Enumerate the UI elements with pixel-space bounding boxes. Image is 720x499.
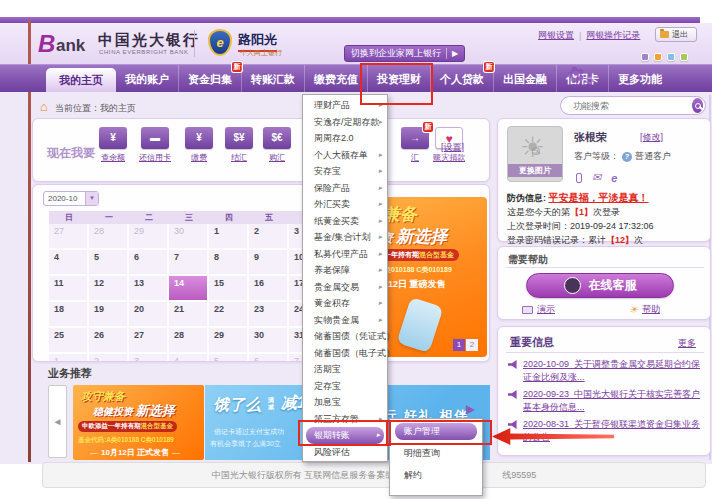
submenu-item[interactable]: 解约 <box>390 467 482 484</box>
calendar-day[interactable]: 16 <box>249 276 289 302</box>
nav-tab[interactable]: 缴费充值 <box>304 65 367 92</box>
menu-item[interactable]: 贵金属交易 ▸ <box>303 279 387 296</box>
nav-tab[interactable]: 出国金融 <box>493 65 556 92</box>
calendar-day[interactable]: 8 <box>209 250 249 276</box>
calendar-day[interactable]: 2 <box>89 354 129 361</box>
search-button[interactable] <box>692 98 703 113</box>
theme-square[interactable] <box>680 53 688 61</box>
question-icon[interactable]: ? <box>622 152 632 162</box>
calendar-day[interactable]: 19 <box>89 302 129 328</box>
calendar-day[interactable]: 14 <box>169 276 209 302</box>
calendar-day[interactable]: 7 <box>169 250 209 276</box>
calendar-day[interactable]: 27 <box>129 328 169 354</box>
calendar-day[interactable]: 30 <box>169 224 209 250</box>
ebank-records-link[interactable]: 网银操作记录 <box>586 29 640 42</box>
menu-item[interactable]: 安逸存/定期存款 ▸ <box>303 114 387 131</box>
calendar-day[interactable]: 30 <box>249 328 289 354</box>
calendar-day[interactable]: 1 <box>209 224 249 250</box>
calendar-day[interactable]: 23 <box>249 302 289 328</box>
news-link[interactable]: 2020-08-31 关于暂停银联渠道资金归集业务的公告 <box>523 418 702 444</box>
menu-item[interactable]: 私募代理产品 ▸ <box>303 246 387 263</box>
ebank-icon[interactable]: e <box>611 172 617 184</box>
calendar-day[interactable]: 27 <box>49 224 89 250</box>
menu-item[interactable]: 加息宝 <box>303 394 387 411</box>
menu-item[interactable]: 储蓄国债（电子式） ▸ <box>303 345 387 362</box>
quick-settings-link[interactable]: [设置] <box>441 141 464 154</box>
menu-item[interactable]: 实物贵金属 ▸ <box>303 312 387 329</box>
pager-page-2[interactable]: 2 <box>466 339 478 351</box>
carousel-next-button[interactable]: ▶ <box>466 402 475 416</box>
menu-item[interactable]: 活期宝 <box>303 361 387 378</box>
theme-square[interactable] <box>641 53 649 61</box>
menu-item[interactable]: 定存宝 <box>303 378 387 395</box>
calendar-day[interactable]: 22 <box>209 302 249 328</box>
fund-ad-banner[interactable]: 攻守兼备 稳健投资 新选择 中欧添益一年持有期混合型基金 基金代码:A类0101… <box>73 385 204 460</box>
menu-item[interactable]: 第三方存管 ▸ <box>303 411 387 428</box>
calendar-day[interactable]: 26 <box>89 328 129 354</box>
calendar-day[interactable]: 3 <box>129 354 169 361</box>
nav-tab[interactable]: 更多功能 <box>608 65 671 92</box>
menu-item[interactable]: 风险评估 <box>303 444 387 461</box>
change-photo-button[interactable]: 更换图片 <box>508 164 562 177</box>
phone-icon[interactable] <box>576 173 582 183</box>
menu-item[interactable]: 理财产品 ▸ <box>303 97 387 114</box>
calendar-day[interactable]: 15 <box>209 276 249 302</box>
carousel-prev-button[interactable]: ◄ <box>48 385 67 458</box>
calendar-day[interactable]: 1 <box>49 354 89 361</box>
online-service-button[interactable]: 在线客服 <box>526 273 674 298</box>
menu-item[interactable]: 基金/集合计划 ▸ <box>303 229 387 246</box>
logout-button[interactable]: 退出 <box>655 27 697 42</box>
quick-action-item[interactable]: ¥ 查余额 <box>91 127 135 163</box>
mail-icon[interactable]: ✉ <box>592 171 601 184</box>
calendar-day[interactable]: 28 <box>169 328 209 354</box>
menu-item[interactable]: 养老保障 ▸ <box>303 262 387 279</box>
news-link[interactable]: 2020-10-09 关于调整贵金属交易延期合约保证金比例及涨... <box>523 358 702 384</box>
news-link[interactable]: 2020-09-23 中国光大银行关于核实完善客户基本身份信息... <box>523 388 702 414</box>
nav-tab[interactable]: 我的账户 <box>116 65 178 92</box>
calendar-day[interactable]: 13 <box>129 276 169 302</box>
calendar-day[interactable]: 21 <box>169 302 209 328</box>
menu-item[interactable]: 纸黄金买卖 ▸ <box>303 213 387 230</box>
nav-tab[interactable]: 个人贷款 新 <box>430 65 493 92</box>
pager-page-1[interactable]: 1 <box>453 339 465 351</box>
menu-item[interactable]: 储蓄国债（凭证式） ▸ <box>303 328 387 345</box>
calendar-day[interactable]: 29 <box>129 224 169 250</box>
more-link[interactable]: 更多 <box>678 337 696 350</box>
calendar-day[interactable]: 6 <box>129 250 169 276</box>
menu-item[interactable]: 黄金积存 ▸ <box>303 295 387 312</box>
calendar-day[interactable]: 9 <box>249 250 289 276</box>
help-link[interactable]: ☀ 帮助 <box>629 303 660 316</box>
calendar-day[interactable]: 25 <box>49 328 89 354</box>
menu-item[interactable]: 周周存2.0 <box>303 130 387 147</box>
month-selector[interactable]: 2020-10 ▼ <box>43 191 99 206</box>
submenu-item[interactable]: 账户管理 <box>395 423 477 440</box>
demo-link[interactable]: 演示 <box>522 303 555 316</box>
menu-item[interactable]: 安存宝 ▸ <box>303 163 387 180</box>
quick-action-item[interactable]: $€ 购汇 <box>255 127 299 163</box>
nav-tab[interactable]: 投资理财 <box>367 65 430 92</box>
calendar-day[interactable]: 2 <box>249 224 289 250</box>
nav-tab[interactable]: 我的主页 <box>46 68 116 92</box>
calendar-day[interactable]: 4 <box>49 250 89 276</box>
calendar-day[interactable]: 5 <box>209 354 249 361</box>
quick-action-item[interactable]: ▬ 还信用卡 <box>133 127 177 163</box>
switch-to-business-bank-button[interactable]: 切换到企业家网上银行 ▶ <box>344 45 465 62</box>
calendar-day[interactable]: 4 <box>169 354 209 361</box>
calendar-day[interactable]: 20 <box>129 302 169 328</box>
ebank-settings-link[interactable]: 网银设置 <box>538 29 574 42</box>
menu-item[interactable]: 银期转账 ▸ <box>306 427 384 444</box>
calendar-day[interactable]: 5 <box>89 250 129 276</box>
nav-tab[interactable]: 资金归集 新 <box>178 65 241 92</box>
calendar-day[interactable]: 11 <box>49 276 89 302</box>
quick-action-item[interactable]: ¥ 缴费 <box>177 127 221 163</box>
menu-item[interactable]: 外汇买卖 ▸ <box>303 196 387 213</box>
calendar-day[interactable]: 18 <box>49 302 89 328</box>
calendar-day[interactable]: 6 <box>249 354 289 361</box>
menu-item[interactable]: 保险产品 ▸ <box>303 180 387 197</box>
calendar-day[interactable]: 29 <box>209 328 249 354</box>
theme-square[interactable] <box>667 53 675 61</box>
calendar-day[interactable]: 28 <box>89 224 129 250</box>
search-input[interactable] <box>571 100 692 112</box>
theme-color-squares[interactable] <box>641 53 688 61</box>
nav-tab[interactable]: 转账汇款 <box>241 65 304 92</box>
